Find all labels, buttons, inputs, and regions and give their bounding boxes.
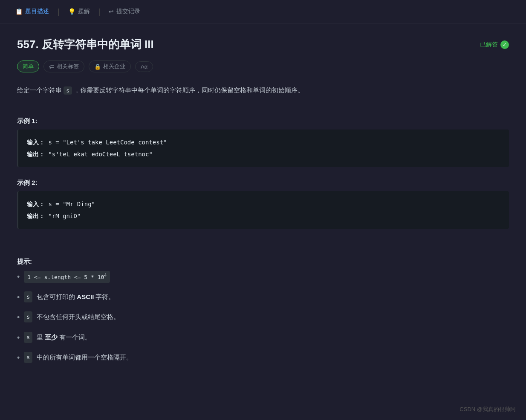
- related-tags-label: 相关标签: [57, 63, 79, 70]
- nav-solution-label: 题解: [78, 8, 90, 15]
- hint-5-code: s: [24, 352, 32, 363]
- doc-icon: 📋: [15, 8, 23, 15]
- watermark: CSDN @我真的很帅阿: [460, 406, 516, 413]
- example-2-input-value: s = "Mr Ding": [48, 201, 95, 207]
- hint-1-content: 1 <= s.length <= 5 * 104: [24, 271, 110, 283]
- example-1-input: 输入： s = "Let's take LeetCode contest": [27, 136, 500, 148]
- nav-divider-2: |: [98, 7, 101, 16]
- nav-divider-1: |: [58, 7, 60, 16]
- nav-problem-desc[interactable]: 📋 题目描述: [10, 5, 54, 18]
- hint-2-text: 包含可打印的 ASCII 字符。: [37, 291, 115, 302]
- nav-problem-desc-label: 题目描述: [25, 8, 49, 15]
- inline-code-s: s: [64, 86, 72, 95]
- watermark-text: CSDN @我真的很帅阿: [460, 406, 516, 412]
- example-2-input-label: 输入：: [27, 201, 45, 207]
- tags-row: 简单 🏷 相关标签 🔒 相关企业 Aα: [17, 60, 509, 72]
- hint-5-text: 中的所有单词都用一个空格隔开。: [37, 352, 133, 363]
- hints-section: 提示: 1 <= s.length <= 5 * 104 s 包含可打印的 AS…: [17, 258, 509, 365]
- example-2-code: 输入： s = "Mr Ding" 输出： "rM gniD": [17, 191, 509, 229]
- solved-badge: 已解答 ✓: [480, 40, 509, 49]
- solved-label: 已解答: [480, 41, 498, 49]
- hint-list: 1 <= s.length <= 5 * 104 s 包含可打印的 ASCII …: [17, 271, 509, 365]
- difficulty-label: 简单: [23, 63, 34, 70]
- example-1-title: 示例 1:: [17, 117, 509, 125]
- main-content: 557. 反转字符串中的单词 III 已解答 ✓ 简单 🏷 相关标签 🔒 相关企…: [0, 23, 526, 386]
- problem-header: 557. 反转字符串中的单词 III 已解答 ✓: [17, 37, 509, 52]
- example-1-code: 输入： s = "Let's take LeetCode contest" 输出…: [17, 129, 509, 167]
- submission-icon: ↩: [109, 8, 114, 15]
- problem-number: 557.: [17, 38, 39, 51]
- hint-item-1: 1 <= s.length <= 5 * 104: [17, 271, 509, 284]
- tag-icon: 🏷: [49, 63, 55, 70]
- example-2-output-value: "rM gniD": [48, 213, 81, 219]
- hint-4-code: s: [24, 332, 32, 343]
- example-1-input-value: s = "Let's take LeetCode contest": [48, 139, 167, 146]
- hints-title: 提示:: [17, 258, 509, 266]
- related-companies-label: 相关企业: [103, 63, 125, 70]
- hint-4-text: 里 至少 有一个词。: [37, 332, 91, 343]
- hint-item-4: s 里 至少 有一个词。: [17, 332, 509, 345]
- hint-3-text: 不包含任何开头或结尾空格。: [37, 311, 120, 322]
- example-1: 示例 1: 输入： s = "Let's take LeetCode conte…: [17, 117, 509, 167]
- problem-description: 给定一个字符串 s ，你需要反转字符串中每个单词的字符顺序，同时仍保留空格和单词…: [17, 84, 509, 96]
- problem-title-text: 反转字符串中的单词 III: [42, 38, 154, 51]
- nav-submission-label: 提交记录: [116, 8, 140, 15]
- example-2-output: 输出： "rM gniD": [27, 210, 500, 222]
- nav-solution[interactable]: 💡 题解: [63, 5, 95, 18]
- example-2-input: 输入： s = "Mr Ding": [27, 198, 500, 210]
- font-size-label: Aα: [141, 63, 147, 70]
- ascii-bold: ASCII: [77, 293, 94, 300]
- hint-3-code: s: [24, 311, 32, 322]
- difficulty-tag[interactable]: 简单: [17, 60, 39, 72]
- problem-title: 557. 反转字符串中的单词 III: [17, 37, 154, 52]
- solution-icon: 💡: [68, 8, 75, 15]
- example-1-output: 输出： "s'teL ekat edoCteeL tsetnoc": [27, 148, 500, 160]
- lock-icon: 🔒: [94, 63, 101, 70]
- example-2: 示例 2: 输入： s = "Mr Ding" 输出： "rM gniD": [17, 179, 509, 229]
- nav-submission[interactable]: ↩ 提交记录: [104, 5, 145, 18]
- hint-item-3: s 不包含任何开头或结尾空格。: [17, 311, 509, 324]
- related-tags-button[interactable]: 🏷 相关标签: [43, 60, 84, 72]
- example-1-output-value: "s'teL ekat edoCteeL tsetnoc": [48, 151, 152, 158]
- top-navigation: 📋 题目描述 | 💡 题解 | ↩ 提交记录: [0, 0, 526, 23]
- related-companies-button[interactable]: 🔒 相关企业: [89, 60, 131, 72]
- example-2-title: 示例 2:: [17, 179, 509, 187]
- at-least-bold: 至少: [45, 334, 58, 341]
- example-2-output-label: 输出：: [27, 213, 45, 219]
- font-size-button[interactable]: Aα: [135, 61, 153, 72]
- example-1-output-label: 输出：: [27, 151, 45, 158]
- hint-2-code: s: [24, 291, 32, 302]
- hint-1-code: 1 <= s.length <= 5 * 104: [24, 271, 110, 283]
- solved-check-icon: ✓: [500, 40, 509, 49]
- hint-item-2: s 包含可打印的 ASCII 字符。: [17, 291, 509, 304]
- example-1-input-label: 输入：: [27, 139, 45, 146]
- hint-item-5: s 中的所有单词都用一个空格隔开。: [17, 352, 509, 365]
